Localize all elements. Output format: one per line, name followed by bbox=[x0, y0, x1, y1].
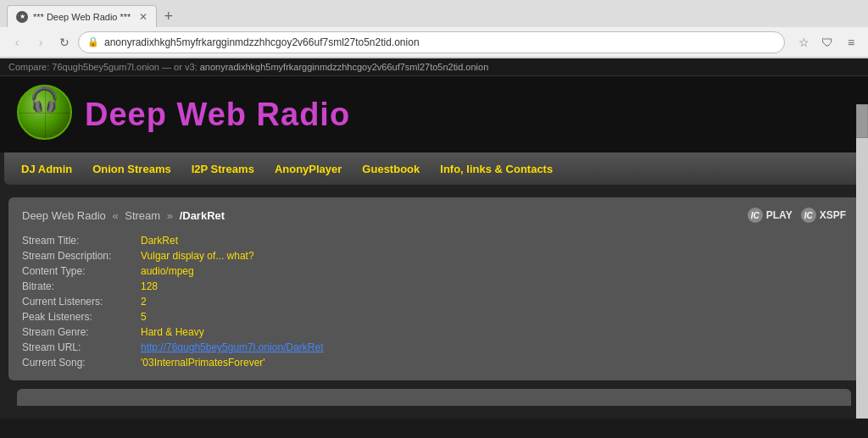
tab-favicon: ★ bbox=[16, 11, 28, 23]
stream-info-table: Stream Title:DarkRetStream Description:V… bbox=[22, 233, 846, 370]
info-label: Stream URL: bbox=[22, 341, 141, 353]
info-label: Peak Listeners: bbox=[22, 311, 141, 323]
info-value: audio/mpeg bbox=[141, 265, 194, 277]
new-tab-button[interactable]: + bbox=[164, 8, 173, 24]
breadcrumb-stream: Stream bbox=[125, 209, 160, 222]
nav-guestbook[interactable]: Guestbook bbox=[362, 163, 420, 175]
info-label: Bitrate: bbox=[22, 280, 141, 292]
xspf-label: XSPF bbox=[820, 209, 846, 221]
tab-close-button[interactable]: ✕ bbox=[139, 11, 147, 23]
back-button[interactable]: ‹ bbox=[7, 32, 27, 53]
info-value: Hard & Heavy bbox=[141, 326, 204, 338]
scrollbar-track[interactable] bbox=[856, 104, 868, 419]
compare-separator: — or v3: bbox=[162, 62, 198, 72]
site-title: Deep Web Radio bbox=[85, 97, 350, 133]
info-value: 2 bbox=[141, 296, 147, 308]
stream-info-row: Stream Title:DarkRet bbox=[22, 233, 846, 248]
stream-info-row: Stream URL:http://76qugh5bey5gum7l.onion… bbox=[22, 340, 846, 355]
stream-card: Deep Web Radio « Stream » /DarkRet IC PL… bbox=[8, 197, 860, 380]
shield-icon[interactable]: 🛡 bbox=[817, 32, 837, 53]
breadcrumb-sep2: » bbox=[167, 209, 173, 222]
info-value: 128 bbox=[141, 280, 158, 292]
stream-actions: IC PLAY IC XSPF bbox=[748, 208, 846, 223]
breadcrumb-site: Deep Web Radio bbox=[22, 209, 106, 222]
stream-info-row: Stream Description:Vulgar display of... … bbox=[22, 248, 846, 263]
nav-dj-admin[interactable]: DJ Admin bbox=[21, 163, 72, 175]
bottom-partial-card bbox=[17, 389, 851, 406]
tab-title: *** Deep Web Radio *** bbox=[33, 12, 131, 22]
nav-i2p-streams[interactable]: I2P Streams bbox=[192, 163, 254, 175]
info-value: Vulgar display of... what? bbox=[141, 250, 254, 262]
forward-button[interactable]: › bbox=[31, 32, 51, 53]
info-label: Stream Genre: bbox=[22, 326, 141, 338]
info-value: '03InternalPrimatesForever' bbox=[141, 357, 265, 369]
compare-label: Compare: bbox=[8, 62, 49, 72]
info-value: DarkRet bbox=[141, 235, 178, 247]
nav-onion-streams[interactable]: Onion Streams bbox=[92, 163, 170, 175]
nav-bar: ‹ › ↻ 🔒 anonyradixhkgh5myfrkargginmdzzhh… bbox=[0, 27, 868, 58]
tab-bar: ★ *** Deep Web Radio *** ✕ + bbox=[0, 0, 868, 27]
play-button[interactable]: IC PLAY bbox=[748, 208, 793, 223]
play-label: PLAY bbox=[766, 209, 793, 221]
compare-v3: anonyradixhkgh5myfrkargginmdzzhhcgoy2v66… bbox=[200, 62, 489, 72]
ic-play-icon: IC bbox=[748, 208, 763, 223]
site-nav: DJ Admin Onion Streams I2P Streams Anony… bbox=[4, 152, 864, 185]
xspf-button[interactable]: IC XSPF bbox=[801, 208, 846, 223]
reload-button[interactable]: ↻ bbox=[54, 32, 75, 53]
main-content: Deep Web Radio « Stream » /DarkRet IC PL… bbox=[0, 185, 868, 419]
address-bar[interactable]: 🔒 anonyradixhkgh5myfrkargginmdzzhhcgoy2v… bbox=[78, 31, 785, 53]
stream-info-row: Current Song:'03InternalPrimatesForever' bbox=[22, 355, 846, 370]
stream-info-row: Content Type:audio/mpeg bbox=[22, 263, 846, 279]
stream-info-row: Bitrate:128 bbox=[22, 279, 846, 294]
nav-anonyplayer[interactable]: AnonyPlayer bbox=[275, 163, 342, 175]
info-value[interactable]: http://76qugh5bey5gum7l.onion/DarkRet bbox=[141, 341, 323, 353]
nav-icons: ☆ 🛡 ≡ bbox=[793, 32, 861, 53]
logo-icon: 🎧 bbox=[17, 85, 76, 144]
info-label: Current Listeners: bbox=[22, 296, 141, 308]
stream-info-row: Stream Genre:Hard & Heavy bbox=[22, 324, 846, 340]
info-label: Current Song: bbox=[22, 357, 141, 369]
info-value: 5 bbox=[141, 311, 147, 323]
bookmark-icon[interactable]: ☆ bbox=[793, 32, 814, 53]
active-tab[interactable]: ★ *** Deep Web Radio *** ✕ bbox=[7, 5, 157, 27]
info-label: Stream Title: bbox=[22, 235, 141, 247]
compare-bar: Compare: 76qugh5bey5gum7l.onion — or v3:… bbox=[0, 58, 868, 76]
menu-icon[interactable]: ≡ bbox=[841, 32, 861, 53]
breadcrumb-sep1: « bbox=[112, 209, 118, 222]
browser-chrome: ★ *** Deep Web Radio *** ✕ + ‹ › ↻ 🔒 ano… bbox=[0, 0, 868, 58]
stream-info-row: Peak Listeners:5 bbox=[22, 309, 846, 324]
stream-info-row: Current Listeners:2 bbox=[22, 294, 846, 309]
breadcrumb: Deep Web Radio « Stream » /DarkRet bbox=[22, 209, 225, 222]
scrollbar-thumb[interactable] bbox=[856, 104, 868, 138]
site-header: 🎧 Deep Web Radio bbox=[0, 76, 868, 152]
compare-v1: 76qugh5bey5gum7l.onion bbox=[52, 62, 159, 72]
breadcrumb-name: /DarkRet bbox=[180, 209, 225, 222]
info-label: Content Type: bbox=[22, 265, 141, 277]
page-content: 🎧 Deep Web Radio DJ Admin Onion Streams … bbox=[0, 76, 868, 419]
stream-card-header: Deep Web Radio « Stream » /DarkRet IC PL… bbox=[22, 208, 846, 223]
logo-container: 🎧 Deep Web Radio bbox=[17, 85, 350, 144]
address-text: anonyradixhkgh5myfrkargginmdzzhhcgoy2v66… bbox=[104, 36, 776, 48]
nav-info[interactable]: Info, links & Contacts bbox=[440, 163, 553, 175]
security-lock-icon: 🔒 bbox=[87, 36, 99, 47]
info-label: Stream Description: bbox=[22, 250, 141, 262]
ic-xspf-icon: IC bbox=[801, 208, 816, 223]
